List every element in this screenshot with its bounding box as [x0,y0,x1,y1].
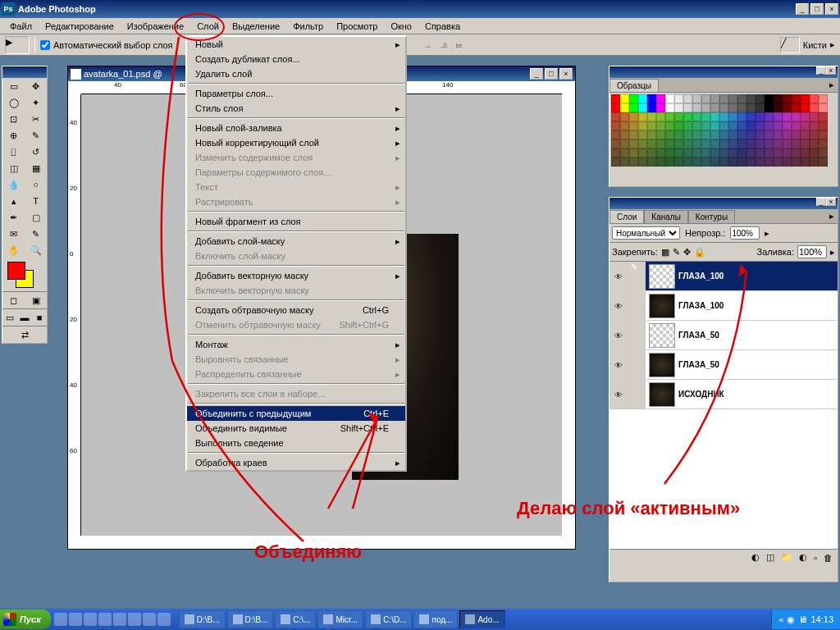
panel-close-button[interactable]: × [826,66,836,75]
swatch-color[interactable] [792,130,801,139]
swatch-color[interactable] [810,130,819,139]
menu-layer[interactable]: Слой [190,20,226,33]
visibility-toggle-icon[interactable] [609,380,628,409]
swatch-color[interactable] [647,148,656,158]
swatch-color[interactable] [756,94,765,103]
swatch-color[interactable] [683,112,692,121]
swatch-color[interactable] [692,130,701,139]
tab-layers[interactable]: Слои [609,210,644,223]
menu-image[interactable]: Изображение [121,20,190,33]
swatch-color[interactable] [756,148,765,158]
swatch-color[interactable] [692,94,701,103]
swatch-color[interactable] [774,158,783,167]
visibility-toggle-icon[interactable] [609,291,628,321]
swatch-color[interactable] [719,94,728,103]
swatch-color[interactable] [774,139,783,148]
layer-link-cell[interactable] [628,321,646,350]
menu-item[interactable]: Обработка краев▸ [187,455,405,470]
adjust-layer-icon[interactable]: ◐ [799,552,807,563]
quicklaunch-icon[interactable] [113,613,126,626]
swatch-color[interactable] [728,148,737,158]
swatch-color[interactable] [620,148,629,158]
swatch-color[interactable] [765,130,774,139]
menu-item[interactable]: Объединить с предыдущимCtrl+E [187,406,405,421]
swatch-color[interactable] [719,103,728,112]
swatch-color[interactable] [656,139,665,148]
swatch-color[interactable] [801,112,810,121]
menu-filter[interactable]: Фильтр [286,20,330,33]
swatch-color[interactable] [620,130,629,139]
swatch-color[interactable] [746,139,756,148]
visibility-toggle-icon[interactable] [609,262,628,291]
brushes-dropdown-icon[interactable]: ▸ [830,39,835,50]
swatch-color[interactable] [792,148,801,158]
swatch-color[interactable] [783,158,792,167]
swatch-color[interactable] [656,148,665,158]
swatch-color[interactable] [765,148,774,158]
swatch-color[interactable] [647,130,656,139]
swatch-color[interactable] [710,112,719,121]
swatch-color[interactable] [638,158,647,167]
crop-tool[interactable]: ⊡ [2,111,25,127]
layer-link-cell[interactable] [628,350,646,380]
swatch-color[interactable] [737,130,746,139]
swatch-color[interactable] [710,94,719,103]
swatch-color[interactable] [746,112,756,121]
swatch-color[interactable] [728,130,737,139]
move-tool[interactable]: ✥ [25,78,47,94]
swatch-color[interactable] [737,112,746,121]
dodge-tool[interactable]: ○ [25,176,47,193]
swatch-color[interactable] [737,94,746,103]
pen-tool[interactable]: ✒ [2,209,25,226]
quicklaunch-icon[interactable] [143,613,156,626]
menu-help[interactable]: Справка [418,20,467,33]
brush-preview-icon[interactable]: ╱ [780,37,800,53]
minimize-button[interactable]: _ [796,3,809,15]
swatch-color[interactable] [611,148,620,158]
panel-menu-icon[interactable]: ▸ [826,78,838,92]
standard-mode-button[interactable]: ◻ [2,292,25,308]
menu-item[interactable]: Объединить видимыеShift+Ctrl+E [187,421,405,436]
eyedropper-tool[interactable]: ✎ [25,226,47,242]
swatch-color[interactable] [774,148,783,158]
swatch-color[interactable] [629,121,638,130]
swatch-color[interactable] [783,148,792,158]
swatch-color[interactable] [629,103,638,112]
menu-item[interactable]: Стиль слоя▸ [187,101,405,116]
swatch-color[interactable] [710,148,719,158]
doc-minimize-button[interactable]: _ [530,68,543,80]
swatch-color[interactable] [656,158,665,167]
swatch-color[interactable] [611,158,620,167]
swatch-color[interactable] [647,94,656,103]
swatch-color[interactable] [647,139,656,148]
layer-row[interactable]: ✎ ГЛАЗА_100 [609,262,838,291]
taskbar-item[interactable]: Ado... [459,610,504,628]
swatch-color[interactable] [665,139,674,148]
quicklaunch-icon[interactable] [158,613,171,626]
doc-maximize-button[interactable]: □ [545,68,558,80]
swatch-color[interactable] [765,139,774,148]
screenmode-full[interactable]: ■ [32,309,47,326]
swatch-color[interactable] [683,94,692,103]
swatch-color[interactable] [783,121,792,130]
wand-tool[interactable]: ✦ [25,94,47,111]
swatch-color[interactable] [611,103,620,112]
swatch-color[interactable] [737,158,746,167]
foreground-color-swatch[interactable] [7,262,25,280]
notes-tool[interactable]: ✉ [2,226,25,242]
doc-close-button[interactable]: × [559,68,573,80]
swatch-color[interactable] [719,139,728,148]
swatch-color[interactable] [765,112,774,121]
tray-expand-icon[interactable]: « [778,614,783,624]
jump-to-imageready-button[interactable]: ⇄ [2,326,47,343]
swatch-color[interactable] [719,112,728,121]
visibility-toggle-icon[interactable] [609,321,628,350]
hand-tool[interactable]: ✋ [2,242,25,258]
swatch-color[interactable] [701,112,710,121]
swatch-color[interactable] [710,103,719,112]
new-layer-icon[interactable]: ▫ [814,553,817,563]
swatch-color[interactable] [674,121,683,130]
swatch-color[interactable] [756,121,765,130]
swatch-color[interactable] [629,139,638,148]
swatch-color[interactable] [719,158,728,167]
